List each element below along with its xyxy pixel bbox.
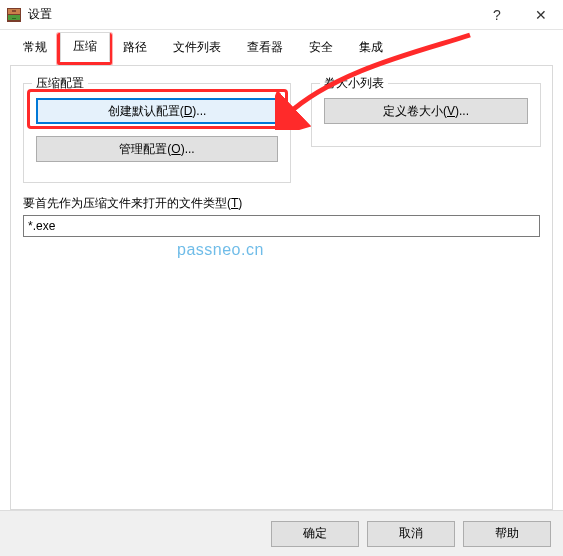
svg-rect-3 — [12, 10, 16, 12]
button-label: 创建默认配置(D)... — [108, 103, 207, 120]
manage-profiles-button[interactable]: 管理配置(O)... — [36, 136, 278, 162]
tabs: 常规 压缩 路径 文件列表 查看器 安全 集成 — [0, 30, 563, 62]
define-volume-sizes-button[interactable]: 定义卷大小(V)... — [324, 98, 528, 124]
ok-button[interactable]: 确定 — [271, 521, 359, 547]
cancel-button[interactable]: 取消 — [367, 521, 455, 547]
tab-integration[interactable]: 集成 — [346, 33, 396, 62]
tab-panel: 压缩配置 创建默认配置(D)... 管理配置(O)... 卷大小列表 定义卷大小… — [10, 65, 553, 510]
tab-filelist[interactable]: 文件列表 — [160, 33, 234, 62]
group-compression-profiles: 压缩配置 创建默认配置(D)... 管理配置(O)... — [23, 83, 291, 183]
tab-compression[interactable]: 压缩 — [60, 32, 110, 62]
button-label: 管理配置(O)... — [119, 141, 194, 158]
group-compression-profiles-legend: 压缩配置 — [32, 75, 88, 92]
button-label: 定义卷大小(V)... — [383, 103, 469, 120]
svg-rect-2 — [8, 15, 20, 20]
create-default-profile-button[interactable]: 创建默认配置(D)... — [36, 98, 278, 124]
window-title: 设置 — [28, 6, 52, 23]
watermark-text: passneo.cn — [177, 241, 264, 259]
open-as-archive-label: 要首先作为压缩文件来打开的文件类型(T) — [23, 195, 242, 212]
titlebar: 设置 ? ✕ — [0, 0, 563, 30]
open-as-archive-input[interactable] — [23, 215, 540, 237]
help-button-footer[interactable]: 帮助 — [463, 521, 551, 547]
close-button[interactable]: ✕ — [519, 0, 563, 30]
tab-general[interactable]: 常规 — [10, 33, 60, 62]
window-controls: ? ✕ — [475, 0, 563, 30]
tab-path[interactable]: 路径 — [110, 33, 160, 62]
tab-security[interactable]: 安全 — [296, 33, 346, 62]
app-icon — [6, 7, 22, 23]
group-volume-sizes-legend: 卷大小列表 — [320, 75, 388, 92]
tab-viewer[interactable]: 查看器 — [234, 33, 296, 62]
group-volume-sizes: 卷大小列表 定义卷大小(V)... — [311, 83, 541, 147]
dialog-footer: 确定 取消 帮助 — [0, 510, 563, 556]
help-button[interactable]: ? — [475, 0, 519, 30]
svg-rect-4 — [12, 18, 16, 19]
tabs-underline — [10, 65, 553, 66]
